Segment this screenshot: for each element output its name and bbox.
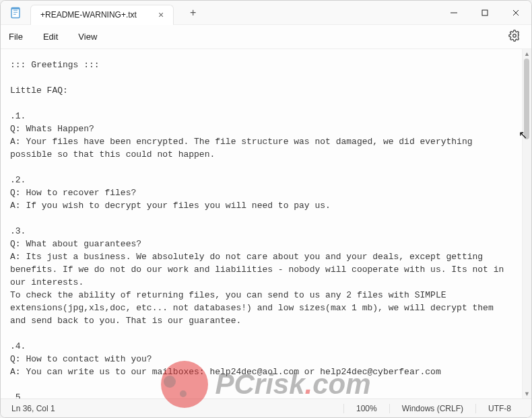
new-tab-button[interactable]: + bbox=[186, 5, 200, 20]
settings-gear-icon[interactable] bbox=[506, 27, 523, 46]
app-window: +README-WARNING+.txt × + File Edit View … bbox=[0, 0, 532, 418]
menu-view[interactable]: View bbox=[78, 32, 97, 42]
maximize-button[interactable] bbox=[469, 1, 500, 25]
menu-file[interactable]: File bbox=[9, 32, 23, 42]
scroll-track[interactable] bbox=[523, 59, 532, 389]
minimize-button[interactable] bbox=[438, 1, 469, 25]
document-tab[interactable]: +README-WARNING+.txt × bbox=[30, 5, 174, 25]
svg-point-9 bbox=[513, 34, 517, 38]
tab-close-icon[interactable]: × bbox=[156, 9, 166, 20]
vertical-scrollbar[interactable]: ▲ ▼ bbox=[522, 49, 531, 398]
menubar: File Edit View bbox=[1, 25, 531, 49]
tab-title: +README-WARNING+.txt bbox=[40, 10, 137, 20]
scroll-up-arrow-icon[interactable]: ▲ bbox=[523, 49, 532, 59]
statusbar: Ln 36, Col 1 100% Windows (CRLF) UTF-8 bbox=[1, 398, 531, 417]
editor-area: ::: Greetings ::: Little FAQ: .1. Q: Wha… bbox=[1, 49, 531, 398]
svg-rect-6 bbox=[482, 10, 488, 15]
svg-rect-4 bbox=[11, 7, 20, 9]
notepad-icon bbox=[9, 6, 22, 20]
titlebar: +README-WARNING+.txt × + bbox=[1, 1, 531, 25]
scroll-down-arrow-icon[interactable]: ▼ bbox=[523, 389, 532, 398]
status-position: Ln 36, Col 1 bbox=[9, 404, 67, 413]
scroll-thumb[interactable] bbox=[524, 59, 529, 139]
status-encoding[interactable]: UTF-8 bbox=[475, 404, 523, 413]
text-content[interactable]: ::: Greetings ::: Little FAQ: .1. Q: Wha… bbox=[1, 49, 522, 398]
menu-edit[interactable]: Edit bbox=[43, 32, 58, 42]
status-line-ending[interactable]: Windows (CRLF) bbox=[389, 404, 475, 413]
close-window-button[interactable] bbox=[500, 1, 531, 25]
status-zoom[interactable]: 100% bbox=[343, 404, 389, 413]
window-controls bbox=[438, 1, 531, 25]
